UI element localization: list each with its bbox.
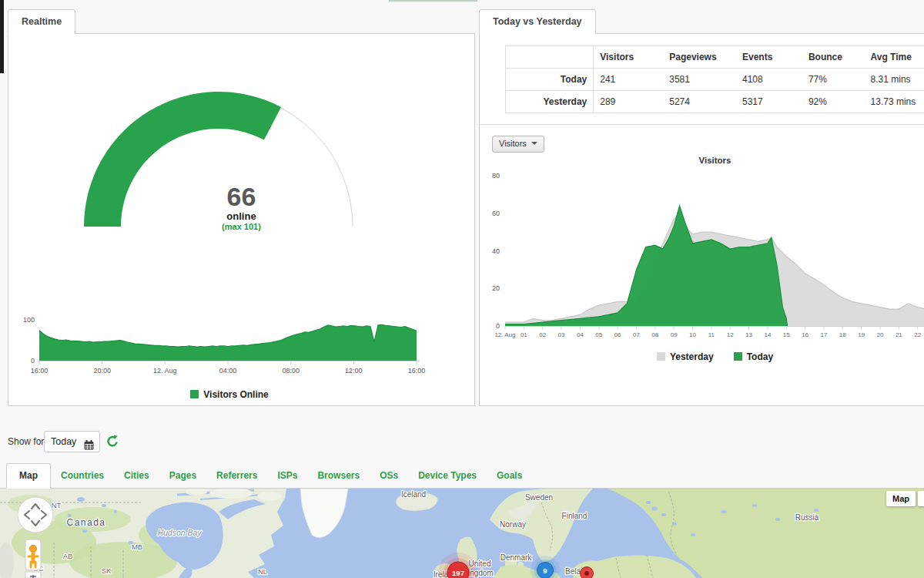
- svg-text:10: 10: [689, 331, 696, 338]
- table-cell: 241: [594, 69, 663, 91]
- tab-goals[interactable]: Goals: [487, 464, 532, 488]
- table-row: Today2413581410877%8.31 mins: [506, 69, 924, 91]
- calendar-icon: [84, 437, 94, 457]
- table-cell: 92%: [802, 91, 865, 113]
- svg-text:18: 18: [839, 331, 846, 338]
- map-label-denmark: Denmark: [500, 553, 533, 562]
- map-label-hudson-bay: Hudson Bay: [157, 528, 202, 537]
- tab-referrers[interactable]: Referrers: [206, 464, 267, 488]
- refresh-icon[interactable]: [105, 435, 119, 449]
- svg-text:12. Aug: 12. Aug: [153, 367, 177, 375]
- window-edge-strip: [0, 0, 4, 73]
- table-header-Avg Time: Avg Time: [865, 46, 924, 69]
- svg-text:16:00: 16:00: [408, 367, 426, 375]
- tab-isps[interactable]: ISPs: [267, 464, 307, 488]
- svg-text:21: 21: [896, 331, 902, 338]
- section-tab-bar: MapCountriesCitiesPagesReferrersISPsBrow…: [0, 464, 924, 489]
- map-label-sk: SK: [102, 566, 112, 575]
- top-hairline: [389, 0, 477, 2]
- svg-text:07: 07: [633, 331, 640, 338]
- gauge-value: 66: [8, 185, 474, 208]
- table-cell: 5317: [736, 91, 802, 113]
- svg-text:12. Aug: 12. Aug: [494, 331, 515, 338]
- map-label-iceland: Iceland: [401, 490, 426, 499]
- svg-text:20:00: 20:00: [93, 367, 111, 375]
- svg-text:13: 13: [745, 331, 752, 338]
- tab-map[interactable]: Map: [6, 463, 51, 489]
- table-header-blank: [506, 46, 594, 69]
- map-label-finland: Finland: [562, 512, 588, 520]
- legend-item-today: Today: [734, 351, 773, 362]
- svg-text:15: 15: [783, 331, 790, 338]
- svg-text:20: 20: [877, 331, 884, 338]
- legend-label-yesterday: Yesterday: [670, 351, 714, 362]
- legend-swatch-green: [734, 352, 742, 361]
- metric-dropdown[interactable]: Visitors: [492, 136, 544, 153]
- map-label-norway: Norway: [500, 520, 526, 529]
- table-cell: 5274: [663, 91, 736, 113]
- svg-text:16: 16: [802, 331, 808, 338]
- chevron-down-icon: [531, 142, 537, 145]
- tab-device-types[interactable]: Device Types: [408, 464, 487, 488]
- svg-text:04: 04: [577, 331, 584, 338]
- tab-today-vs-yesterday[interactable]: Today vs Yesterday: [479, 9, 596, 34]
- panel-divider: [480, 124, 924, 125]
- map-label-russia: Russia: [795, 513, 819, 522]
- svg-text:08: 08: [651, 331, 658, 338]
- legend-label: Visitors Online: [203, 389, 268, 400]
- svg-text:60: 60: [492, 210, 500, 217]
- legend-item-yesterday: Yesterday: [657, 351, 714, 362]
- svg-text:14: 14: [764, 331, 771, 338]
- realtime-panel: 66 online (max 101) 16:0020:0012. Aug04:…: [8, 33, 475, 406]
- svg-text:40: 40: [492, 247, 500, 255]
- svg-text:04:00: 04:00: [219, 367, 237, 375]
- visitors-online-chart: 16:0020:0012. Aug04:0008:0012:0016:00100…: [8, 288, 474, 388]
- zoom-in-button[interactable]: [25, 572, 41, 578]
- tab-cities[interactable]: Cities: [114, 464, 159, 488]
- svg-text:0: 0: [496, 322, 500, 330]
- gauge-text: 66 online (max 101): [8, 185, 474, 231]
- date-picker[interactable]: Today: [44, 431, 100, 452]
- map-type-button[interactable]: Map: [886, 491, 916, 506]
- map-label-bela: Bela: [565, 567, 581, 576]
- svg-text:01: 01: [521, 331, 527, 338]
- svg-text:0: 0: [31, 357, 35, 365]
- online-gauge: [8, 34, 474, 288]
- svg-text:19: 19: [858, 331, 865, 338]
- table-header-Visitors: Visitors: [594, 46, 663, 69]
- table-row: Yesterday2895274531792%13.73 mins: [506, 91, 924, 113]
- svg-text:08:00: 08:00: [282, 367, 300, 375]
- date-value: Today: [51, 436, 76, 447]
- map-label-sweden: Sweden: [525, 493, 553, 502]
- gauge-label: online: [8, 210, 474, 222]
- tab-pages[interactable]: Pages: [159, 464, 206, 488]
- tab-oss[interactable]: OSs: [370, 464, 408, 488]
- tab-browsers[interactable]: Browsers: [307, 464, 370, 488]
- map-label-mb: MB: [132, 543, 142, 551]
- svg-text:12:00: 12:00: [345, 367, 363, 375]
- visitors-online-legend: Visitors Online: [39, 389, 420, 400]
- satellite-type-button[interactable]: Satellite: [918, 491, 924, 506]
- show-for-label: Show for:: [8, 436, 47, 447]
- table-cell: 4108: [736, 69, 802, 91]
- tab-realtime[interactable]: Realtime: [8, 9, 75, 34]
- table-cell: 289: [594, 91, 663, 113]
- world-map[interactable]: NTCanadaHudson BayABBCSKMBNLIcelandSwede…: [0, 489, 924, 578]
- table-cell: 13.73 mins: [865, 91, 924, 113]
- legend-item-visitors-online: Visitors Online: [190, 389, 268, 400]
- today-vs-yesterday-panel: VisitorsPageviewsEventsBounceAvg TimeTod…: [479, 33, 924, 406]
- svg-text:16:00: 16:00: [31, 367, 49, 375]
- map-pan-control[interactable]: [18, 497, 53, 533]
- map-section: NTCanadaHudson BayABBCSKMBNLIcelandSwede…: [0, 489, 924, 578]
- street-view-pegman[interactable]: [25, 539, 41, 570]
- table-cell: Today: [506, 69, 594, 91]
- map-marker-dot[interactable]: [581, 567, 594, 578]
- svg-text:100: 100: [23, 316, 35, 324]
- table-cell: Yesterday: [506, 91, 594, 113]
- table-cell: 77%: [802, 69, 865, 91]
- legend-swatch-green: [190, 390, 199, 398]
- svg-text:06: 06: [614, 331, 621, 338]
- tab-countries[interactable]: Countries: [51, 464, 114, 488]
- svg-text:197: 197: [452, 569, 464, 577]
- svg-text:03: 03: [558, 331, 565, 338]
